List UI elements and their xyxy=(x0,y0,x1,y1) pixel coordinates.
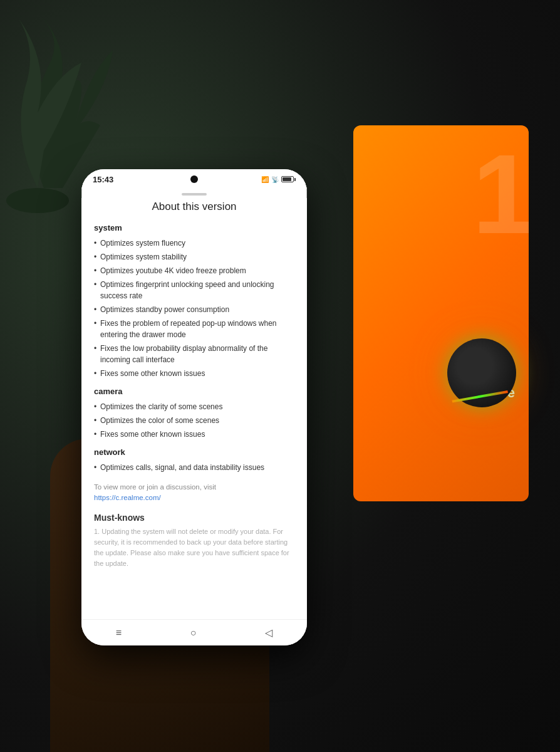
camera-hole xyxy=(190,175,198,183)
svg-point-0 xyxy=(6,188,69,213)
phone-screen: 15:43 📶 📡 About this version system Opti… xyxy=(81,169,307,645)
status-bar: 15:43 📶 📡 xyxy=(81,169,307,189)
glow-arc xyxy=(449,374,508,402)
camera-item-2: Optimizes the color of some scenes xyxy=(94,415,294,426)
section-network-heading: network xyxy=(94,447,294,457)
box-number: 1 xyxy=(472,138,529,251)
system-item-6: Fixes the problem of repeated pop-up win… xyxy=(94,318,294,340)
discussion-text: To view more or join a discussion, visit… xyxy=(94,482,294,504)
discussion-link[interactable]: https://c.realme.com/ xyxy=(94,494,161,501)
phone-content[interactable]: About this version system Optimizes syst… xyxy=(81,198,307,619)
system-item-8: Fixes some other known issues xyxy=(94,368,294,379)
system-item-1: Optimizes system fluency xyxy=(94,238,294,249)
nav-back-icon[interactable]: ◁ xyxy=(265,627,272,639)
must-knows-text: 1. Updating the system will not delete o… xyxy=(94,526,294,569)
product-box: 1 Pro realme xyxy=(353,125,529,501)
system-item-4: Optimizes fingerprint unlocking speed an… xyxy=(94,279,294,301)
nav-menu-icon[interactable]: ≡ xyxy=(116,627,122,639)
status-time: 15:43 xyxy=(93,175,113,184)
system-item-3: Optimizes youtube 4K video freeze proble… xyxy=(94,265,294,276)
must-knows-heading: Must-knows xyxy=(94,513,294,523)
network-item-1: Optimizes calls, signal, and data instab… xyxy=(94,462,294,473)
earphone-device xyxy=(447,338,516,407)
status-icons: 📶 📡 xyxy=(261,176,296,183)
wifi-icon: 📡 xyxy=(271,176,279,183)
navigation-bar: ≡ ○ ◁ xyxy=(81,619,307,645)
camera-item-3: Fixes some other known issues xyxy=(94,429,294,440)
page-title: About this version xyxy=(94,198,294,213)
battery-indicator xyxy=(281,176,296,182)
discussion-label: To view more or join a discussion, visit xyxy=(94,483,216,491)
scroll-handle xyxy=(182,193,207,196)
nav-home-icon[interactable]: ○ xyxy=(190,627,197,639)
section-camera-heading: camera xyxy=(94,387,294,396)
system-item-5: Optimizes standby power consumption xyxy=(94,304,294,315)
system-item-7: Fixes the low probability display abnorm… xyxy=(94,343,294,365)
camera-item-1: Optimizes the clarity of some scenes xyxy=(94,401,294,412)
phone: 15:43 📶 📡 About this version system Opti… xyxy=(81,169,307,645)
section-system-heading: system xyxy=(94,223,294,232)
system-item-2: Optimizes system stability xyxy=(94,251,294,263)
signal-icon: 📶 xyxy=(261,176,269,183)
